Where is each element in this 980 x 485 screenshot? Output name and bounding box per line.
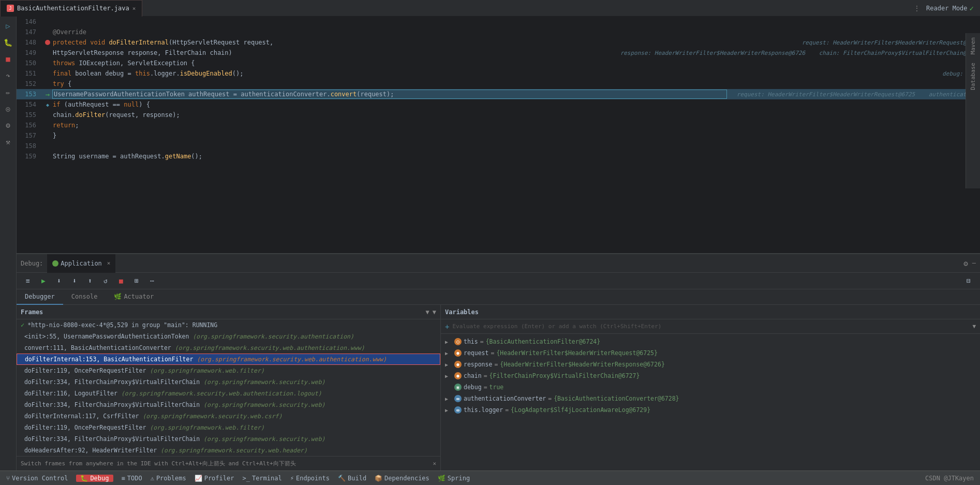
- debug-toolbar: ≡ ▶ ⬇ ⬇ ⬆ ↺ ■ ⊞ ⋯ ⊟: [17, 273, 980, 289]
- frame-item-11[interactable]: doHeadersAfter:92, HeaderWriterFilter (o…: [17, 445, 440, 456]
- debug-sidebar-icon[interactable]: 🐛: [1, 35, 16, 50]
- stop-icon[interactable]: ■: [1, 52, 16, 66]
- toolbar-resume-btn[interactable]: ▶: [36, 274, 51, 288]
- var-item-this[interactable]: ▶ ○ this = {BasicAuthenticationFilter@67…: [441, 336, 980, 347]
- debug-app-tab[interactable]: Application ×: [47, 254, 115, 273]
- debug-minimize-icon[interactable]: —: [972, 259, 976, 268]
- toolbar-layout-btn[interactable]: ⊟: [961, 274, 976, 288]
- endpoints-icon: ⚡: [290, 475, 294, 482]
- tab-console[interactable]: Console: [63, 289, 106, 305]
- status-version-control[interactable]: ⑂ Version Control: [6, 475, 68, 482]
- line-num-153: 153: [17, 91, 42, 98]
- status-todo[interactable]: ≡ TODO: [122, 475, 142, 482]
- tab-debugger[interactable]: Debugger: [17, 289, 63, 305]
- var-eq-request: =: [491, 349, 494, 357]
- code-line-150: 150 throws IOException, ServletException…: [17, 58, 980, 68]
- toolbar-more-btn[interactable]: ⋯: [145, 274, 159, 288]
- frames-header: Frames ▼ ▼: [17, 305, 440, 319]
- toolbar-step-over-btn[interactable]: ⬇: [52, 274, 66, 288]
- variables-panel: Variables + Evaluate expression (Enter) …: [441, 305, 980, 471]
- brand-label: CSDN @JTKayen: [925, 475, 974, 482]
- frame-item-6[interactable]: doFilter:116, LogoutFilter (org.springfr…: [17, 388, 440, 399]
- right-side-panel: Maven Database: [966, 33, 980, 188]
- frame-item-8[interactable]: doFilterInternal:117, CsrfFilter (org.sp…: [17, 410, 440, 422]
- status-build[interactable]: 🔨 Build: [338, 475, 366, 482]
- edit-icon[interactable]: ✏: [1, 85, 16, 99]
- tab-actuator[interactable]: 🌿 Actuator: [106, 289, 162, 305]
- var-item-logger[interactable]: ▶ ∞ this.logger = {LogAdapter$Slf4jLocat…: [441, 404, 980, 416]
- var-item-response[interactable]: ▶ ● response = {HeaderWriterFilter$Heade…: [441, 359, 980, 370]
- frames-footer-close[interactable]: ✕: [433, 460, 436, 467]
- frame-item-4[interactable]: doFilter:119, OncePerRequestFilter (org.…: [17, 365, 440, 376]
- step-icon[interactable]: ↷: [1, 68, 16, 83]
- var-item-request[interactable]: ▶ ● request = {HeaderWriterFilter$Header…: [441, 347, 980, 359]
- variables-list: ▶ ○ this = {BasicAuthenticationFilter@67…: [441, 334, 980, 471]
- line-num-156: 156: [17, 122, 42, 129]
- breakpoint-148[interactable]: [45, 40, 50, 45]
- frames-dropdown-icon[interactable]: ▼: [433, 308, 436, 316]
- frame-text-6: doFilter:116, LogoutFilter (org.springfr…: [21, 390, 322, 397]
- status-dependencies[interactable]: 📦 Dependencies: [375, 475, 429, 482]
- line-num-152: 152: [17, 80, 42, 87]
- todo-label: TODO: [127, 475, 142, 482]
- evaluate-dropdown[interactable]: ▼: [972, 323, 976, 330]
- debug-body: Frames ▼ ▼ ✓ *http-nio-8080-exec-4*@5,52…: [17, 305, 980, 471]
- var-item-chain[interactable]: ▶ ● chain = {FilterChainProxy$VirtualFil…: [441, 370, 980, 381]
- var-eq-this: =: [480, 338, 484, 345]
- var-item-debug[interactable]: ▶ ▣ debug = true: [441, 381, 980, 393]
- code-line-154: 154 ◆ if (authRequest == null) {: [17, 99, 980, 110]
- status-debug[interactable]: 🐛 Debug: [76, 475, 113, 482]
- pin-icon[interactable]: ⚒: [1, 135, 16, 149]
- filter-icon[interactable]: ▼: [426, 308, 429, 316]
- frame-text-2: convert:111, BasicAuthenticationConverte…: [21, 344, 365, 351]
- maven-label[interactable]: Maven: [970, 33, 976, 58]
- frame-item-9[interactable]: doFilter:119, OncePerRequestFilter (org.…: [17, 422, 440, 433]
- frame-text-1: <init>:55, UsernamePasswordAuthenticatio…: [21, 333, 354, 340]
- var-arrow-this: ▶: [445, 339, 452, 345]
- toolbar-step-into-btn[interactable]: ⬇: [67, 274, 82, 288]
- reader-mode-button[interactable]: Reader Mode ✓: [926, 4, 974, 12]
- debug-tab-close[interactable]: ×: [107, 260, 111, 267]
- var-name-response: response: [464, 361, 492, 368]
- debug-settings-icon[interactable]: ⚙: [963, 259, 968, 268]
- toolbar-step-out-btn[interactable]: ⬆: [83, 274, 97, 288]
- status-endpoints[interactable]: ⚡ Endpoints: [290, 475, 330, 482]
- database-label[interactable]: Database: [970, 58, 976, 94]
- run-icon[interactable]: ▷: [1, 19, 16, 33]
- tab-close-button[interactable]: ×: [132, 5, 136, 12]
- status-problems[interactable]: ⚠ Problems: [151, 475, 186, 482]
- line-code-152: try {: [53, 80, 980, 87]
- tab-debugger-label: Debugger: [25, 293, 55, 300]
- var-eq-authconv: =: [548, 395, 552, 402]
- line-code-150: throws IOException, ServletException {: [53, 60, 980, 67]
- frame-item-selected[interactable]: doFilterInternal:153, BasicAuthenticatio…: [17, 354, 440, 365]
- evaluate-plus-icon[interactable]: +: [445, 322, 449, 331]
- file-tab[interactable]: J BasicAuthenticationFilter.java ×: [0, 0, 142, 17]
- frame-item-5[interactable]: doFilter:334, FilterChainProxy$VirtualFi…: [17, 376, 440, 388]
- terminal-icon: >_: [242, 475, 249, 482]
- line-hint-153: request: HeaderWriterFilter$HeaderWriter…: [737, 91, 980, 98]
- variables-title: Variables: [445, 308, 479, 316]
- frame-item-1[interactable]: <init>:55, UsernamePasswordAuthenticatio…: [17, 331, 440, 342]
- toolbar-mute-btn[interactable]: ⊞: [129, 274, 144, 288]
- var-value-debug: true: [489, 384, 504, 391]
- frame-text-9: doFilter:119, OncePerRequestFilter (org.…: [21, 424, 264, 431]
- frame-item-running[interactable]: ✓ *http-nio-8080-exec-4*@5,529 in group …: [17, 319, 440, 331]
- frame-item-7[interactable]: doFilter:334, FilterChainProxy$VirtualFi…: [17, 399, 440, 410]
- toolbar-stop-btn[interactable]: ■: [114, 274, 128, 288]
- status-terminal[interactable]: >_ Terminal: [242, 475, 281, 482]
- debug-status-icon: 🐛: [80, 475, 88, 482]
- toolbar-run-cursor-btn[interactable]: ↺: [98, 274, 113, 288]
- status-profiler[interactable]: 📈 Profiler: [195, 475, 234, 482]
- menu-dots-icon[interactable]: ⋮: [914, 5, 920, 12]
- camera-icon[interactable]: ◎: [1, 101, 16, 116]
- var-item-authconv[interactable]: ▶ ∞ authenticationConverter = {BasicAuth…: [441, 393, 980, 404]
- status-spring[interactable]: 🌿 Spring: [438, 475, 470, 482]
- frame-item-10[interactable]: doFilter:334, FilterChainProxy$VirtualFi…: [17, 433, 440, 445]
- settings-sidebar-icon[interactable]: ⚙: [1, 118, 16, 133]
- line-hint-149: response: HeaderWriterFilter$HeaderWrite…: [620, 50, 980, 56]
- toolbar-menu-btn[interactable]: ≡: [21, 274, 35, 288]
- evaluate-hint[interactable]: Evaluate expression (Enter) or add a wat…: [452, 323, 972, 330]
- frame-item-2[interactable]: convert:111, BasicAuthenticationConverte…: [17, 342, 440, 354]
- gutter-153: →: [42, 90, 53, 98]
